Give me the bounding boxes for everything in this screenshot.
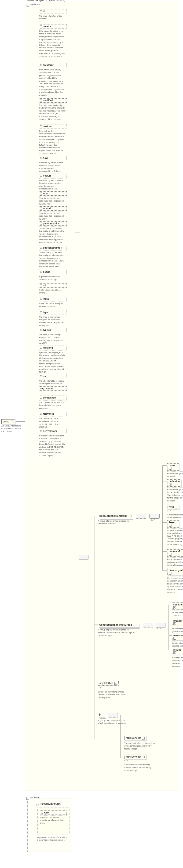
attr-howuri: howuriIndicates by which means the value… (39, 174, 67, 190)
element-label: mainConcept (126, 737, 141, 739)
attr-desc: A URI which identifies a concept. (39, 288, 66, 294)
ranking-attributes-box: attributes − grp rankingAttributes rank … (27, 798, 73, 852)
root-desc: A nature, intellectual or journalistic f… (1, 425, 22, 433)
attr-desc: A qualified code which identifies a conc… (39, 275, 66, 281)
sequence-compositor (136, 514, 146, 519)
attr-icon (40, 397, 42, 399)
element-label: definition (169, 480, 180, 483)
element-label: facetConcept (126, 755, 141, 758)
attr-desc: Why the metadata has been included - exp… (39, 196, 66, 205)
attr-desc: The local identifier of the property. (39, 14, 66, 21)
expander-icon[interactable]: + (114, 682, 117, 685)
extension-box: Flex1ConceptPropType (extension) attribu… (25, 1, 179, 791)
attr-icon (40, 430, 42, 432)
attr-desc: One or many constraints that apply to pu… (39, 226, 66, 244)
attr-xml-lang: xml:langSpecifies the language of this p… (39, 346, 67, 374)
element-desc: A natural language name for the concept. (167, 471, 183, 478)
attr-label: pubconstraint (43, 222, 59, 225)
rank-desc: Indicates the relative importance of pro… (40, 815, 67, 825)
occurs: 0..∞ (167, 554, 171, 557)
attr-icon (40, 413, 42, 415)
occurs: 0..∞ (172, 638, 176, 640)
expander-icon[interactable]: + (11, 421, 13, 423)
attr-desc: Indicates by which means the value was e… (39, 179, 66, 190)
attr-custom: customIf set to true the corresponding p… (39, 124, 67, 158)
attr-desc: Specifies the language of this property … (39, 350, 66, 374)
element-desc: An identifier of a more specific concept… (172, 641, 183, 648)
ranking-inner-box: rank Indicates the relative importance o… (37, 808, 70, 834)
attr-confidence: confidenceThe confidence with which the … (39, 396, 67, 409)
occurs: 0..∞ (167, 525, 171, 528)
attr-label: literal (43, 298, 49, 300)
group-desc: A group of properties required to indica… (98, 628, 136, 637)
occurs: 0..∞ (167, 509, 171, 512)
attr-label: custom (43, 125, 51, 128)
element-label: note (169, 505, 174, 508)
attr-desc: The relevance of the metadata to the new… (39, 416, 66, 429)
element-label: sameAs (173, 603, 183, 606)
expander-icon[interactable]: + (175, 506, 177, 508)
rank-attr: rank (44, 811, 49, 814)
attr-icon (40, 247, 42, 249)
group-desc: A group of existing concepts which depic… (98, 719, 127, 725)
element-note: note + (167, 505, 179, 509)
attr-label: id (43, 10, 45, 12)
attr-icon (40, 25, 42, 27)
attributes-title: attributes (29, 796, 41, 799)
attr-qcode: qcodeA qualified code which identifies a… (39, 270, 67, 281)
sequence-compositor (108, 713, 118, 717)
sequence-compositor (149, 514, 160, 519)
expander-icon[interactable]: − (27, 4, 29, 7)
attr-icon (40, 284, 42, 286)
attr-label: any ##other (40, 387, 54, 390)
attributes-title: attributes (30, 3, 41, 6)
group-label: ConceptRelationshipsGroup (99, 623, 132, 626)
attr-whyuri: whyuriWhy the metadata has been included… (39, 206, 67, 220)
attr-type: typeThe type of the concept assigned as … (39, 310, 67, 327)
element-label: remoteInfo (169, 550, 181, 553)
attr-creatoruri: creatoruriIf the attribute is empty, spe… (39, 63, 67, 96)
attr-desc: The confidence with which the metadata h… (39, 400, 66, 409)
attr-icon (40, 157, 42, 159)
attr-desc: If the attribute is empty, specifies whi… (39, 68, 66, 96)
expander-icon[interactable]: + (142, 737, 145, 740)
occurs: 0..∞ (167, 484, 171, 487)
element-label: related (173, 648, 181, 651)
attr-id: idThe local identifier of the property. (39, 9, 67, 21)
sequence-compositor (143, 623, 153, 627)
expander-icon[interactable]: + (142, 756, 145, 758)
attr-label: creatoruri (43, 64, 54, 66)
attr-icon (41, 812, 43, 814)
concept-definition-group: ConceptDefinitionGroup (98, 514, 132, 518)
attr-desc: Why the metadata has been included - exp… (39, 211, 66, 220)
attr-label: confidence (43, 396, 56, 399)
occurs: 0..∞ (124, 760, 128, 762)
attr-dir: dirThe directionality of textual content… (39, 374, 67, 388)
any-other-element: any ##other + (98, 681, 119, 685)
attr-icon (40, 329, 42, 331)
attr-icon (40, 271, 42, 273)
attr-label: pubconstrainturi (43, 246, 62, 249)
expander-icon[interactable]: − (26, 797, 29, 800)
element-label: broader (173, 619, 182, 622)
attr-typeuri: typeuriThe type of the concept assigned … (39, 328, 67, 345)
attr-how: howIndicates by which means the value wa… (39, 156, 67, 173)
group-icon (99, 713, 100, 716)
attr-label: xml:lang (43, 346, 53, 349)
attr-desc: Indicates by which means the value was e… (39, 161, 66, 173)
attr-icon (40, 347, 42, 349)
element-desc: Additional natural language information … (167, 513, 183, 519)
attr-label: whyuri (43, 207, 51, 210)
occurs: 0..∞ (172, 652, 176, 655)
occurs: 0..∞ (167, 468, 171, 470)
attr-label: howuri (43, 175, 51, 177)
attr-desc: A reference to the concept from which th… (39, 434, 66, 457)
element-desc: A natural language definition of the sem… (167, 488, 183, 502)
element-label: narrower (173, 634, 183, 637)
attr-icon (40, 175, 42, 177)
occurs: 0..∞ (172, 607, 176, 610)
attr-icon (40, 311, 42, 313)
attr-desc: One or many constraints that apply to pu… (39, 250, 66, 268)
attr-icon (40, 64, 42, 66)
occurs: 0..∞ (98, 686, 102, 689)
